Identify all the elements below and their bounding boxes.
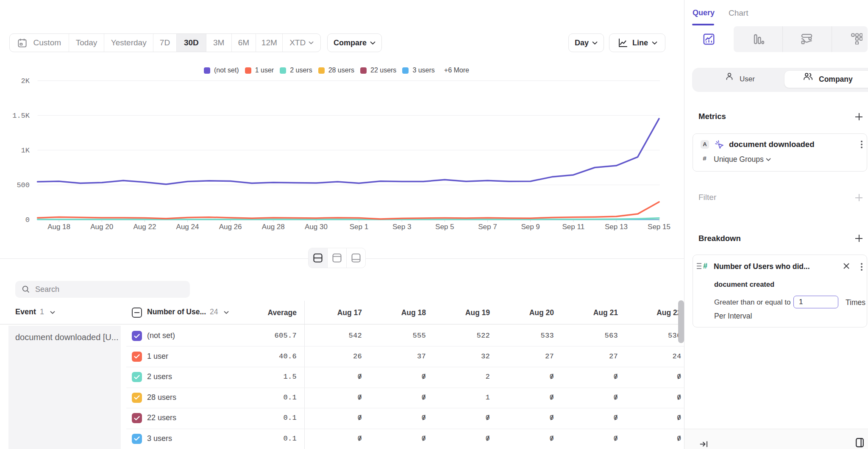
svg-text:0: 0 (25, 216, 30, 224)
svg-text:Sep 15: Sep 15 (648, 223, 670, 231)
svg-text:Sep 13: Sep 13 (605, 223, 628, 231)
svg-text:Sep 9: Sep 9 (521, 223, 540, 231)
svg-text:Sep 1: Sep 1 (350, 223, 368, 231)
svg-text:Aug 28: Aug 28 (262, 223, 285, 231)
svg-text:2K: 2K (21, 77, 30, 85)
svg-text:Sep 5: Sep 5 (435, 223, 454, 231)
svg-text:1.5K: 1.5K (12, 112, 30, 120)
svg-text:Sep 7: Sep 7 (478, 223, 497, 231)
svg-text:Aug 26: Aug 26 (219, 223, 242, 231)
svg-text:1K: 1K (21, 147, 30, 155)
svg-text:Aug 20: Aug 20 (90, 223, 113, 231)
svg-text:Aug 22: Aug 22 (133, 223, 156, 231)
svg-text:Aug 18: Aug 18 (47, 223, 70, 231)
svg-text:Aug 24: Aug 24 (176, 223, 199, 231)
svg-text:500: 500 (17, 181, 30, 189)
svg-text:Sep 11: Sep 11 (562, 223, 584, 231)
svg-text:Sep 3: Sep 3 (392, 223, 411, 231)
svg-text:Aug 30: Aug 30 (305, 223, 328, 231)
